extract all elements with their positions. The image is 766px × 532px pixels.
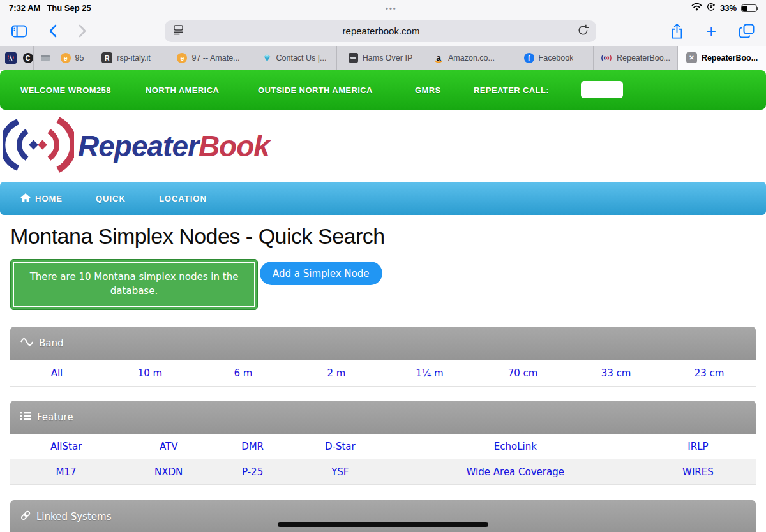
outside-north-america-link[interactable]: OUTSIDE NORTH AMERICA [258,85,373,95]
feature-links-row-1: AllStar ATV DMR D-Star EchoLink IRLP [10,434,756,459]
nav-location[interactable]: LOCATION [159,194,207,203]
band-link-125m[interactable]: 1¼ m [383,367,476,379]
feature-link-irlp[interactable]: IRLP [640,441,756,452]
band-link-70cm[interactable]: 70 cm [476,367,569,379]
logo-area: RepeaterBook [0,110,766,182]
north-america-link[interactable]: NORTH AMERICA [146,85,219,95]
tab-antenna[interactable] [0,46,22,70]
feature-link-wires[interactable]: WIRES [640,466,756,478]
band-link-33cm[interactable]: 33 cm [569,367,663,379]
date: Thu Sep 25 [47,3,91,13]
status-bar: 7:32 AM Thu Sep 25 ••• 33% [0,0,766,16]
clock: 7:32 AM [9,3,40,13]
welcome-nav: WELCOME WROM258 NORTH AMERICA OUTSIDE NO… [0,70,766,110]
band-link-10m[interactable]: 10 m [103,367,197,379]
linked-systems-panel: Linked Systems [10,500,756,532]
tab-c[interactable]: C [22,46,34,70]
multitask-dots: ••• [386,4,397,12]
repeaterbook-logo-icon [3,117,74,175]
band-panel-header: Band [10,327,756,360]
page-title: Montana Simplex Nodes - Quick Search [10,224,766,249]
tab-rsp-italy[interactable]: R rsp-italy.it [87,46,165,70]
close-icon[interactable]: ✕ [686,52,697,63]
facebook-favicon: f [524,53,534,63]
linked-systems-header: Linked Systems [10,500,756,532]
tab-contact-us[interactable]: Contact Us |... [252,46,337,70]
nav-quick[interactable]: QUICK [96,194,126,203]
tab-amazon[interactable]: a Amazon.co... [424,46,504,70]
nav-home[interactable]: HOME [20,193,63,204]
welcome-user-link[interactable]: WELCOME WROM258 [20,85,111,95]
home-icon [20,193,31,204]
tab-repeaterbook-active[interactable]: ✕ RepeaterBoo... [678,46,766,70]
band-link-all[interactable]: All [10,367,103,379]
url-text: repeaterbook.com [184,26,578,36]
feature-panel-header: Feature [10,401,756,434]
tab-bar: C e 95 R rsp-italy.it e 97 -- Amate... C… [0,46,766,70]
wifi-icon [691,3,702,13]
tab-radio[interactable] [34,46,57,70]
e-favicon: e [177,53,187,63]
band-links-row: All 10 m 6 m 2 m 1¼ m 70 cm 33 cm 23 cm [10,360,756,387]
band-link-23cm[interactable]: 23 cm [663,367,756,379]
feature-link-allstar[interactable]: AllStar [10,441,122,452]
logo-wordmark: RepeaterBook [78,129,269,163]
antenna-favicon [5,52,17,64]
feature-link-p25[interactable]: P-25 [215,466,290,478]
feature-link-atv[interactable]: ATV [122,441,215,452]
add-simplex-node-button[interactable]: Add a Simplex Node [260,262,382,285]
e-favicon: e [61,53,71,63]
crystal-favicon [262,53,272,63]
feature-link-wide-area[interactable]: Wide Area Coverage [391,466,640,478]
sidebar-toggle-button[interactable] [11,25,27,38]
amazon-favicon: a [433,52,444,63]
new-tab-button[interactable]: + [706,25,716,38]
gmrs-link[interactable]: GMRS [415,85,441,95]
rotation-lock-icon [707,3,716,13]
back-button[interactable] [49,24,57,38]
forward-button[interactable] [79,24,87,38]
feature-links-row-2: M17 NXDN P-25 YSF Wide Area Coverage WIR… [10,459,756,485]
list-icon [20,411,31,423]
repeater-call-label: REPEATER CALL: [474,85,549,95]
tab-hams-over-ip[interactable]: Hams Over IP [337,46,424,70]
home-indicator[interactable] [278,522,488,527]
feature-link-dstar[interactable]: D-Star [290,441,391,452]
battery-icon [741,4,757,12]
link-icon [20,510,31,523]
tab-95[interactable]: e 95 [57,46,87,70]
feature-link-m17[interactable]: M17 [10,466,122,478]
tab-97-amate[interactable]: e 97 -- Amate... [165,46,252,70]
band-panel: Band All 10 m 6 m 2 m 1¼ m 70 cm 33 cm 2… [10,327,756,387]
reload-icon[interactable] [578,24,589,38]
reader-icon[interactable] [172,25,184,38]
tab-facebook[interactable]: f Facebook [504,46,594,70]
c-favicon: C [23,53,33,63]
r-favicon: R [101,52,112,63]
site-nav: HOME QUICK LOCATION [0,182,766,215]
repeater-call-input[interactable] [581,81,623,98]
node-count-alert: There are 10 Montana simplex nodes in th… [10,259,258,310]
band-link-6m[interactable]: 6 m [197,367,290,379]
feature-link-dmr[interactable]: DMR [215,441,290,452]
battery-percent: 33% [720,3,737,13]
radio-favicon [41,55,50,61]
feature-link-ysf[interactable]: YSF [290,466,391,478]
feature-panel: Feature AllStar ATV DMR D-Star EchoLink … [10,401,756,485]
band-link-2m[interactable]: 2 m [290,367,383,379]
feature-link-echolink[interactable]: EchoLink [391,441,640,452]
sine-wave-icon [20,337,33,349]
browser-toolbar: repeaterbook.com + [0,16,766,46]
feature-link-nxdn[interactable]: NXDN [122,466,215,478]
address-bar[interactable]: repeaterbook.com [165,20,596,42]
phone-favicon [349,53,358,63]
tabs-overview-button[interactable] [739,24,755,38]
tab-repeaterbook-inactive[interactable]: RepeaterBoo... [594,46,678,70]
share-button[interactable] [671,24,683,39]
repeater-favicon [601,54,612,63]
